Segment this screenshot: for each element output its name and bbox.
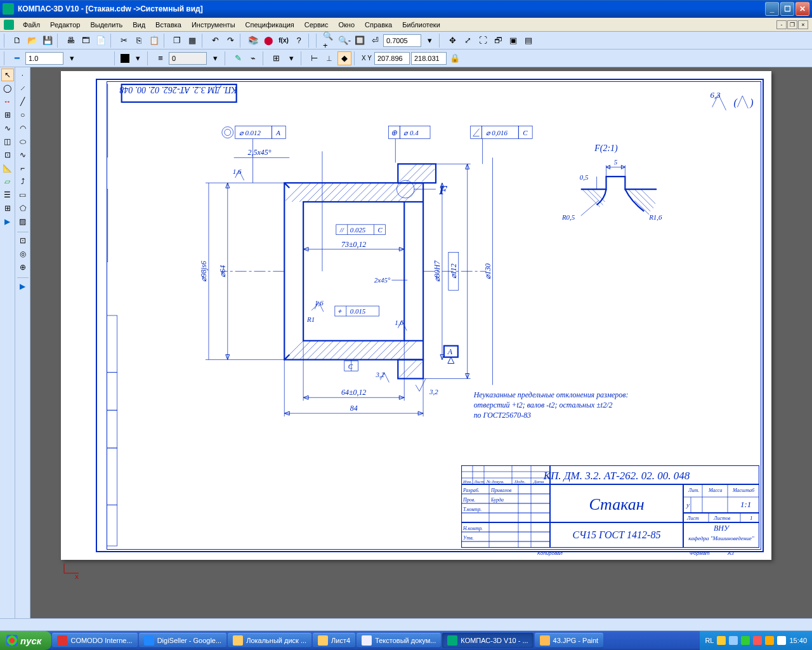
menu-window[interactable]: Окно [333, 20, 360, 30]
line-style-button[interactable]: ━ [10, 51, 24, 65]
lw-dropdown[interactable]: ▾ [65, 51, 79, 65]
new-file-button[interactable]: 🗋 [10, 34, 24, 48]
zoom-in-button[interactable]: 🔍+ [322, 34, 336, 48]
save-button[interactable]: 💾 [41, 34, 55, 48]
select-tool-icon[interactable]: ▱ [1, 175, 14, 188]
menu-view[interactable]: Вид [128, 20, 150, 30]
spec-tool-icon[interactable]: ☰ [1, 189, 14, 201]
snap2-button[interactable]: ⟂ [322, 51, 336, 65]
view2-button[interactable]: ▤ [521, 34, 535, 48]
clock[interactable]: 15:40 [789, 637, 807, 644]
drawing-canvas[interactable]: КП. ДМ 3.2. АТ-262. 02. 00. 048 [30, 67, 812, 618]
dim-tool-icon[interactable]: ↔ [1, 95, 14, 108]
rotate-button[interactable]: ⤢ [461, 34, 475, 48]
cut-button[interactable]: ✂ [117, 34, 131, 48]
equid-tool[interactable]: ◎ [16, 248, 29, 260]
copy-button[interactable]: ⎘ [132, 34, 146, 48]
zoom-window-button[interactable]: 🔲 [353, 34, 367, 48]
rect-tool[interactable]: ▭ [16, 189, 29, 201]
task-kompas[interactable]: КОМПАС-3D V10 - ... [442, 633, 533, 648]
menu-help[interactable]: Справка [360, 20, 397, 30]
task-list4[interactable]: Лист4 [313, 633, 355, 648]
expand-icon[interactable]: ▶ [16, 280, 29, 293]
magnet-button[interactable]: ⬤ [261, 34, 275, 48]
zoom-dropdown[interactable]: ▾ [422, 34, 436, 48]
task-localdisk[interactable]: Локальный диск ... [228, 633, 311, 648]
task-textdoc[interactable]: Текстовый докум... [357, 633, 441, 648]
layer-dropdown[interactable]: ▾ [208, 51, 222, 65]
fx-button[interactable]: f(x) [277, 34, 291, 48]
coord-y-input[interactable] [411, 52, 447, 65]
menu-editor[interactable]: Редактор [45, 20, 85, 30]
library-button[interactable]: 📚 [246, 34, 260, 48]
preview-button[interactable]: 🗔 [79, 34, 93, 48]
lang-indicator[interactable]: RL [705, 637, 714, 644]
paste-button[interactable]: 📋 [147, 34, 161, 48]
task-comodo[interactable]: COMODO Interne... [52, 633, 137, 648]
undo-button[interactable]: ↶ [208, 34, 222, 48]
menu-spec[interactable]: Спецификация [240, 20, 299, 30]
tray-icon[interactable] [741, 636, 750, 645]
doc-minimize-button[interactable]: - [776, 20, 787, 29]
snap1-button[interactable]: ⊢ [307, 51, 321, 65]
more1-icon[interactable]: ⊞ [1, 202, 14, 215]
menu-libraries[interactable]: Библиотеки [397, 20, 445, 30]
menu-tools[interactable]: Инструменты [187, 20, 240, 30]
tray-icon[interactable] [717, 636, 726, 645]
fit-button[interactable]: ⛶ [476, 34, 490, 48]
zoom-out-button[interactable]: 🔍- [337, 34, 351, 48]
snap3-button[interactable]: ◆ [337, 51, 351, 65]
zoom-prev-button[interactable]: ⏎ [368, 34, 382, 48]
redraw-button[interactable]: 🗗 [491, 34, 505, 48]
measure-tool-icon[interactable]: 📐 [1, 162, 14, 175]
layers-icon[interactable]: ≡ [154, 51, 167, 65]
cascade-button[interactable]: ❐ [170, 34, 184, 48]
help-button[interactable]: ? [292, 34, 306, 48]
start-button[interactable]: пуск [0, 631, 51, 650]
fillet-tool[interactable]: ⌐ [16, 162, 29, 175]
ellipse-tool[interactable]: ⬭ [16, 135, 29, 148]
doc-close-button[interactable]: × [798, 20, 808, 29]
hatch-tool[interactable]: ▨ [16, 215, 29, 228]
aux-line-tool[interactable]: ╱ [16, 95, 29, 108]
param-tool-icon[interactable]: ⊡ [1, 149, 14, 161]
tile-button[interactable]: ▦ [185, 34, 199, 48]
pan-button[interactable]: ✥ [445, 34, 459, 48]
menu-select[interactable]: Выделить [85, 20, 128, 30]
more2-icon[interactable]: ▶ [1, 215, 14, 228]
pipette-button[interactable]: ⌁ [246, 51, 260, 65]
redo-button[interactable]: ↷ [223, 34, 237, 48]
line-tool[interactable]: ⟋ [16, 82, 29, 95]
tray-icon[interactable] [753, 636, 762, 645]
text-tool-icon[interactable]: ⊞ [1, 109, 14, 121]
coord-lock-button[interactable]: 🔒 [448, 51, 462, 65]
edit-tool-icon[interactable]: ◫ [1, 135, 14, 148]
minimize-button[interactable]: _ [765, 2, 779, 16]
spline-tool[interactable]: ∿ [16, 149, 29, 161]
color-swatch[interactable] [121, 54, 129, 63]
zoom-input[interactable] [383, 34, 421, 47]
tray-icon[interactable] [729, 636, 738, 645]
maximize-button[interactable]: ☐ [780, 2, 794, 16]
print-button[interactable]: 🖶 [63, 34, 77, 48]
point-tool[interactable]: · [16, 69, 29, 81]
arc-tool[interactable]: ◠ [16, 122, 29, 135]
bezier-tool[interactable]: ⤴ [16, 175, 29, 188]
line-weight-input[interactable] [25, 52, 63, 65]
tray-icon[interactable] [777, 636, 786, 645]
geom-tool-icon[interactable]: ◯ [1, 82, 14, 95]
view1-button[interactable]: ▣ [506, 34, 520, 48]
poly-tool[interactable]: ⬠ [16, 202, 29, 215]
colors-button[interactable]: ▾ [131, 51, 145, 65]
print-queue-button[interactable]: 📄 [94, 34, 108, 48]
menu-insert[interactable]: Вставка [150, 20, 187, 30]
doc-restore-button[interactable]: ❐ [787, 20, 797, 29]
coord-x-input[interactable] [374, 52, 410, 65]
rough-tool-icon[interactable]: ∿ [1, 122, 14, 135]
menu-service[interactable]: Сервис [299, 20, 334, 30]
system-tray[interactable]: RL 15:40 [700, 631, 812, 650]
circle-tool[interactable]: ○ [16, 109, 29, 121]
cursor-tool[interactable]: ↖ [1, 69, 14, 81]
brush-button[interactable]: ✎ [231, 51, 245, 65]
task-paint[interactable]: 43.JPG - Paint [535, 633, 604, 648]
